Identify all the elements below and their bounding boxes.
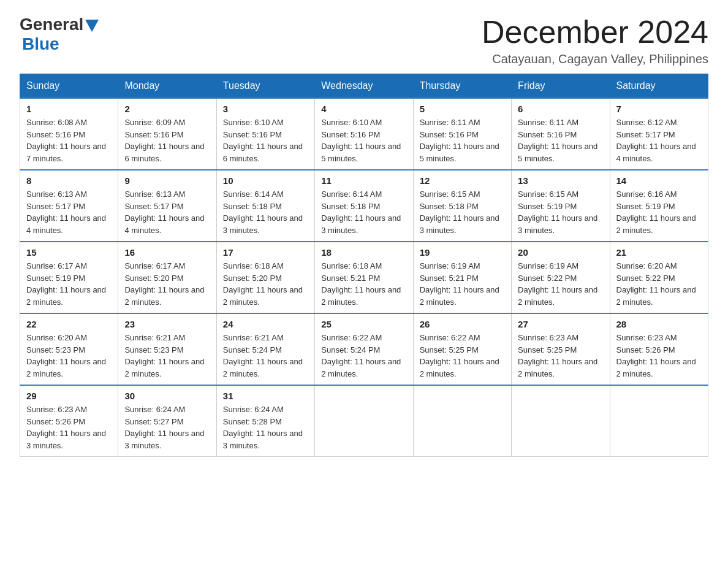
calendar-cell: 28Sunrise: 6:23 AMSunset: 5:26 PMDayligh… <box>610 313 708 385</box>
calendar-cell: 10Sunrise: 6:14 AMSunset: 5:18 PMDayligh… <box>216 170 314 242</box>
calendar-week-2: 8Sunrise: 6:13 AMSunset: 5:17 PMDaylight… <box>20 170 708 242</box>
calendar-week-5: 29Sunrise: 6:23 AMSunset: 5:26 PMDayligh… <box>20 385 708 457</box>
calendar-cell: 15Sunrise: 6:17 AMSunset: 5:19 PMDayligh… <box>20 242 118 313</box>
day-info: Sunrise: 6:20 AMSunset: 5:22 PMDaylight:… <box>616 260 702 308</box>
day-info: Sunrise: 6:21 AMSunset: 5:24 PMDaylight:… <box>223 332 308 380</box>
day-number: 11 <box>321 175 406 186</box>
day-info: Sunrise: 6:11 AMSunset: 5:16 PMDaylight:… <box>420 117 505 164</box>
calendar-cell: 16Sunrise: 6:17 AMSunset: 5:20 PMDayligh… <box>118 242 216 313</box>
calendar-cell: 12Sunrise: 6:15 AMSunset: 5:18 PMDayligh… <box>413 170 511 242</box>
day-number: 31 <box>223 391 308 401</box>
day-number: 24 <box>223 319 308 329</box>
day-info: Sunrise: 6:10 AMSunset: 5:16 PMDaylight:… <box>223 117 308 164</box>
weekday-header-saturday: Saturday <box>610 74 708 99</box>
day-number: 27 <box>518 319 603 329</box>
day-info: Sunrise: 6:13 AMSunset: 5:17 PMDaylight:… <box>124 188 210 236</box>
svg-marker-0 <box>85 20 99 32</box>
calendar-cell: 17Sunrise: 6:18 AMSunset: 5:20 PMDayligh… <box>216 242 314 313</box>
day-info: Sunrise: 6:17 AMSunset: 5:20 PMDaylight:… <box>124 260 210 308</box>
weekday-header-row: SundayMondayTuesdayWednesdayThursdayFrid… <box>20 74 708 99</box>
day-info: Sunrise: 6:22 AMSunset: 5:24 PMDaylight:… <box>321 332 406 380</box>
day-info: Sunrise: 6:15 AMSunset: 5:18 PMDaylight:… <box>420 188 505 236</box>
day-number: 14 <box>616 175 702 186</box>
calendar-cell: 26Sunrise: 6:22 AMSunset: 5:25 PMDayligh… <box>413 313 511 385</box>
calendar-week-4: 22Sunrise: 6:20 AMSunset: 5:23 PMDayligh… <box>20 313 708 385</box>
calendar-cell: 27Sunrise: 6:23 AMSunset: 5:25 PMDayligh… <box>512 313 610 385</box>
day-info: Sunrise: 6:14 AMSunset: 5:18 PMDaylight:… <box>223 188 308 236</box>
weekday-header-monday: Monday <box>118 74 216 99</box>
logo-blue-text: Blue <box>22 34 59 53</box>
day-number: 9 <box>124 175 210 186</box>
page-header: General Blue December 2024 Catayauan, Ca… <box>20 15 708 66</box>
day-number: 10 <box>223 175 308 186</box>
calendar-cell: 20Sunrise: 6:19 AMSunset: 5:22 PMDayligh… <box>512 242 610 313</box>
calendar-cell: 7Sunrise: 6:12 AMSunset: 5:17 PMDaylight… <box>610 98 708 170</box>
day-number: 26 <box>420 319 505 329</box>
day-info: Sunrise: 6:14 AMSunset: 5:18 PMDaylight:… <box>321 188 406 236</box>
day-number: 6 <box>518 104 603 114</box>
calendar-cell: 31Sunrise: 6:24 AMSunset: 5:28 PMDayligh… <box>216 385 314 457</box>
day-number: 23 <box>124 319 210 329</box>
logo-general-text: General <box>20 15 83 34</box>
calendar-cell: 4Sunrise: 6:10 AMSunset: 5:16 PMDaylight… <box>315 98 413 170</box>
day-number: 21 <box>616 247 702 258</box>
day-info: Sunrise: 6:09 AMSunset: 5:16 PMDaylight:… <box>124 117 210 164</box>
calendar-cell: 8Sunrise: 6:13 AMSunset: 5:17 PMDaylight… <box>20 170 118 242</box>
day-number: 7 <box>616 104 702 114</box>
day-info: Sunrise: 6:24 AMSunset: 5:27 PMDaylight:… <box>124 404 210 451</box>
weekday-header-thursday: Thursday <box>413 74 511 99</box>
day-info: Sunrise: 6:24 AMSunset: 5:28 PMDaylight:… <box>223 404 308 451</box>
day-number: 17 <box>223 247 308 258</box>
location-subtitle: Catayauan, Cagayan Valley, Philippines <box>482 52 708 66</box>
day-number: 28 <box>616 319 702 329</box>
calendar-cell: 1Sunrise: 6:08 AMSunset: 5:16 PMDaylight… <box>20 98 118 170</box>
weekday-header-tuesday: Tuesday <box>216 74 314 99</box>
day-info: Sunrise: 6:19 AMSunset: 5:21 PMDaylight:… <box>420 260 505 308</box>
title-block: December 2024 Catayauan, Cagayan Valley,… <box>482 15 708 66</box>
day-number: 15 <box>26 247 112 258</box>
day-number: 5 <box>420 104 505 114</box>
day-info: Sunrise: 6:22 AMSunset: 5:25 PMDaylight:… <box>420 332 505 380</box>
day-info: Sunrise: 6:17 AMSunset: 5:19 PMDaylight:… <box>26 260 112 308</box>
calendar-week-1: 1Sunrise: 6:08 AMSunset: 5:16 PMDaylight… <box>20 98 708 170</box>
weekday-header-wednesday: Wednesday <box>315 74 413 99</box>
day-number: 30 <box>124 391 210 401</box>
day-info: Sunrise: 6:20 AMSunset: 5:23 PMDaylight:… <box>26 332 112 380</box>
logo-arrow-icon <box>85 20 99 32</box>
month-title: December 2024 <box>482 15 708 50</box>
day-number: 29 <box>26 391 112 401</box>
day-info: Sunrise: 6:10 AMSunset: 5:16 PMDaylight:… <box>321 117 406 164</box>
calendar-cell <box>315 385 413 457</box>
calendar-cell: 3Sunrise: 6:10 AMSunset: 5:16 PMDaylight… <box>216 98 314 170</box>
day-number: 19 <box>420 247 505 258</box>
day-info: Sunrise: 6:16 AMSunset: 5:19 PMDaylight:… <box>616 188 702 236</box>
day-info: Sunrise: 6:21 AMSunset: 5:23 PMDaylight:… <box>124 332 210 380</box>
weekday-header-friday: Friday <box>512 74 610 99</box>
calendar-cell: 24Sunrise: 6:21 AMSunset: 5:24 PMDayligh… <box>216 313 314 385</box>
calendar-cell: 23Sunrise: 6:21 AMSunset: 5:23 PMDayligh… <box>118 313 216 385</box>
calendar-cell: 5Sunrise: 6:11 AMSunset: 5:16 PMDaylight… <box>413 98 511 170</box>
calendar-cell: 29Sunrise: 6:23 AMSunset: 5:26 PMDayligh… <box>20 385 118 457</box>
day-number: 25 <box>321 319 406 329</box>
day-number: 22 <box>26 319 112 329</box>
calendar-cell: 11Sunrise: 6:14 AMSunset: 5:18 PMDayligh… <box>315 170 413 242</box>
logo: General Blue <box>20 15 99 54</box>
calendar-cell: 13Sunrise: 6:15 AMSunset: 5:19 PMDayligh… <box>512 170 610 242</box>
weekday-header-sunday: Sunday <box>20 74 118 99</box>
day-number: 8 <box>26 175 112 186</box>
day-number: 12 <box>420 175 505 186</box>
calendar-table: SundayMondayTuesdayWednesdayThursdayFrid… <box>20 74 708 457</box>
day-number: 4 <box>321 104 406 114</box>
calendar-cell: 6Sunrise: 6:11 AMSunset: 5:16 PMDaylight… <box>512 98 610 170</box>
calendar-cell: 30Sunrise: 6:24 AMSunset: 5:27 PMDayligh… <box>118 385 216 457</box>
day-number: 18 <box>321 247 406 258</box>
calendar-cell: 21Sunrise: 6:20 AMSunset: 5:22 PMDayligh… <box>610 242 708 313</box>
calendar-cell: 19Sunrise: 6:19 AMSunset: 5:21 PMDayligh… <box>413 242 511 313</box>
day-info: Sunrise: 6:19 AMSunset: 5:22 PMDaylight:… <box>518 260 603 308</box>
day-info: Sunrise: 6:23 AMSunset: 5:26 PMDaylight:… <box>26 404 112 451</box>
calendar-cell: 25Sunrise: 6:22 AMSunset: 5:24 PMDayligh… <box>315 313 413 385</box>
calendar-week-3: 15Sunrise: 6:17 AMSunset: 5:19 PMDayligh… <box>20 242 708 313</box>
calendar-cell: 9Sunrise: 6:13 AMSunset: 5:17 PMDaylight… <box>118 170 216 242</box>
day-info: Sunrise: 6:13 AMSunset: 5:17 PMDaylight:… <box>26 188 112 236</box>
day-number: 16 <box>124 247 210 258</box>
